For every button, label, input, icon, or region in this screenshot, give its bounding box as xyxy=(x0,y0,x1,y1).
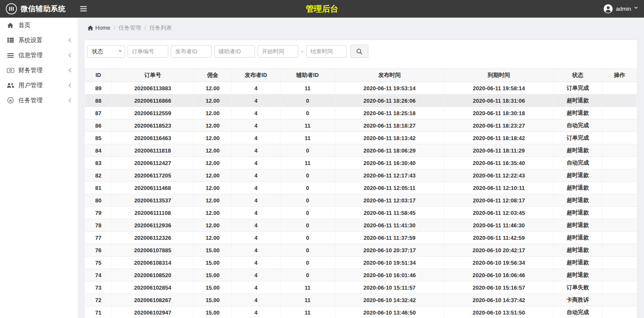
cell-publisher-id: 4 xyxy=(232,269,280,281)
cell-publish-time: 2020-06-11 18:25:18 xyxy=(335,107,444,119)
cell-helper-id: 0 xyxy=(280,182,335,194)
cell-action xyxy=(602,294,637,306)
sidebar-item-users[interactable]: 用户管理 xyxy=(0,78,78,93)
cell-id: 79 xyxy=(85,207,112,219)
status-select-wrap: 状态 xyxy=(87,45,125,58)
cell-status: 超时退款 xyxy=(553,269,602,281)
cell-id: 81 xyxy=(85,182,112,194)
user-menu[interactable]: admin xyxy=(603,0,638,18)
cell-helper-id: 11 xyxy=(280,132,335,144)
cell-action xyxy=(602,207,637,219)
cell-order-no: 202006116866 xyxy=(112,95,194,107)
cell-order-no: 202006111468 xyxy=(112,182,194,194)
column-header: 状态 xyxy=(553,68,602,82)
table-row[interactable]: 8420200611181812.00402020-06-11 18:06:29… xyxy=(85,144,637,157)
cell-publisher-id: 4 xyxy=(232,194,280,207)
cell-id: 72 xyxy=(85,294,112,306)
cell-publisher-id: 4 xyxy=(232,157,280,169)
cell-commission: 12.00 xyxy=(194,157,232,169)
table-row[interactable]: 8820200611686612.00402020-06-11 18:26:06… xyxy=(85,95,637,107)
cell-publisher-id: 4 xyxy=(232,95,280,107)
end-time-input[interactable] xyxy=(306,45,347,58)
sidebar-item-tasks[interactable]: R任务管理 xyxy=(0,93,78,108)
table-row[interactable]: 8920200611388312.004112020-06-11 19:53:1… xyxy=(85,82,637,95)
cell-id: 71 xyxy=(85,306,112,318)
list-icon xyxy=(6,53,14,58)
cell-order-no: 202006108520 xyxy=(112,269,194,281)
cell-status: 超时退款 xyxy=(553,207,602,219)
start-time-input[interactable] xyxy=(258,45,298,58)
table-row[interactable]: 8320200611242712.004112020-06-11 16:30:4… xyxy=(85,157,637,169)
sidebar-item-finance[interactable]: 财务管理 xyxy=(0,63,78,78)
table-row[interactable]: 8520200611646312.004112020-06-11 18:13:4… xyxy=(85,132,637,144)
table-row[interactable]: 8620200611852312.004112020-06-11 18:18:2… xyxy=(85,119,637,132)
cell-status: 订单完成 xyxy=(553,82,602,95)
cell-status: 超时退款 xyxy=(553,244,602,257)
table-row[interactable]: 8720200611255912.00402020-06-11 18:25:18… xyxy=(85,107,637,119)
cell-commission: 15.00 xyxy=(194,306,232,318)
table-row[interactable]: 7520200610831415.00402020-06-10 19:51:34… xyxy=(85,257,637,269)
table-row[interactable]: 7220200610826715.004112020-06-10 14:32:4… xyxy=(85,294,637,306)
cell-helper-id: 11 xyxy=(280,281,335,294)
cell-status: 超时退款 xyxy=(553,182,602,194)
cell-publish-time: 2020-06-11 18:18:27 xyxy=(335,119,444,132)
cell-order-no: 202006113537 xyxy=(112,194,194,207)
sidebar-item-info-management[interactable]: 信息管理 xyxy=(0,48,78,63)
table-row[interactable]: 7620200610788515.00402020-06-10 20:37:17… xyxy=(85,244,637,257)
table-row[interactable]: 7420200610852015.00402020-06-10 16:01:46… xyxy=(85,269,637,281)
sidebar-item-home[interactable]: 首页 xyxy=(0,18,78,33)
cell-publisher-id: 4 xyxy=(232,281,280,294)
helper-id-input[interactable] xyxy=(214,45,255,58)
cell-helper-id: 0 xyxy=(280,194,335,207)
sidebar-toggle-button[interactable] xyxy=(79,4,88,13)
cell-id: 82 xyxy=(85,169,112,182)
sidebar-item-label: 用户管理 xyxy=(18,82,68,89)
order-no-input[interactable] xyxy=(128,45,168,58)
cell-publish-time: 2020-06-10 19:51:34 xyxy=(335,257,444,269)
cell-order-no: 202006111108 xyxy=(112,207,194,219)
table-row[interactable]: 8220200611720512.00402020-06-11 12:17:43… xyxy=(85,169,637,182)
brand-logo-icon xyxy=(6,3,17,15)
breadcrumb-home-link[interactable]: Home xyxy=(88,24,110,31)
chevron-left-icon xyxy=(68,38,71,43)
cell-action xyxy=(602,306,637,318)
table-row[interactable]: 7720200611232612.00402020-06-11 11:37:59… xyxy=(85,232,637,244)
table-row[interactable]: 8120200611146812.00402020-06-11 12:05:11… xyxy=(85,182,637,194)
cell-id: 87 xyxy=(85,107,112,119)
cell-helper-id: 11 xyxy=(280,306,335,318)
cell-id: 73 xyxy=(85,281,112,294)
cell-publisher-id: 4 xyxy=(232,182,280,194)
table-row[interactable]: 8020200611353712.00402020-06-11 12:03:17… xyxy=(85,194,637,207)
cell-publish-time: 2020-06-11 12:03:17 xyxy=(335,194,444,207)
status-select[interactable]: 状态 xyxy=(87,45,125,58)
task-table-header: ID订单号佣金发布者ID辅助者ID发布时间到期时间状态操作 xyxy=(85,68,637,82)
cell-publisher-id: 4 xyxy=(232,257,280,269)
cell-id: 74 xyxy=(85,269,112,281)
table-row[interactable]: 7920200611110812.00402020-06-11 11:58:45… xyxy=(85,207,637,219)
table-row[interactable]: 7320200610285415.004112020-06-10 15:11:5… xyxy=(85,281,637,294)
cell-expire-time: 2020-06-10 16:06:46 xyxy=(444,269,554,281)
cell-commission: 12.00 xyxy=(194,107,232,119)
cell-publish-time: 2020-06-10 14:32:42 xyxy=(335,294,444,306)
cell-commission: 12.00 xyxy=(194,232,232,244)
task-table: ID订单号佣金发布者ID辅助者ID发布时间到期时间状态操作 8920200611… xyxy=(85,68,637,318)
brand[interactable]: 微信辅助系统 xyxy=(0,3,73,15)
cell-expire-time: 2020-06-11 12:03:45 xyxy=(444,207,554,219)
breadcrumb-separator: / xyxy=(114,24,115,31)
cell-publish-time: 2020-06-10 16:01:46 xyxy=(335,269,444,281)
cell-commission: 12.00 xyxy=(194,182,232,194)
cell-commission: 15.00 xyxy=(194,257,232,269)
cell-publisher-id: 4 xyxy=(232,306,280,318)
cell-action xyxy=(602,182,637,194)
publisher-id-input[interactable] xyxy=(171,45,212,58)
cell-publish-time: 2020-06-11 12:17:43 xyxy=(335,169,444,182)
cell-publisher-id: 4 xyxy=(232,244,280,257)
cell-publisher-id: 4 xyxy=(232,82,280,95)
hamburger-icon xyxy=(80,6,87,12)
cell-action xyxy=(602,82,637,95)
table-row[interactable]: 7120200610294715.004112020-06-10 13:46:5… xyxy=(85,306,637,318)
search-button[interactable] xyxy=(350,45,368,58)
cell-publish-time: 2020-06-11 11:41:30 xyxy=(335,219,444,232)
sidebar-item-system-settings[interactable]: 系统设置 xyxy=(0,33,78,48)
table-row[interactable]: 7820200611293612.00402020-06-11 11:41:30… xyxy=(85,219,637,232)
